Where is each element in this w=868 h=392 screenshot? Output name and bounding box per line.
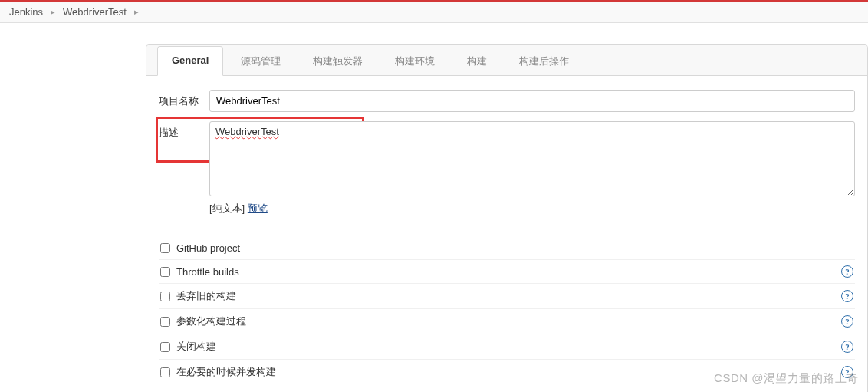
help-icon[interactable]: ?	[841, 341, 853, 353]
tab-environment[interactable]: 构建环境	[380, 46, 449, 76]
chevron-right-icon: ▸	[51, 7, 55, 17]
checkbox-parameterized[interactable]	[160, 317, 170, 327]
tab-scm[interactable]: 源码管理	[226, 46, 295, 76]
checkbox-github-project[interactable]	[160, 243, 170, 253]
breadcrumb-item-jenkins[interactable]: Jenkins	[9, 6, 43, 18]
checkbox-throttle-builds[interactable]	[160, 267, 170, 277]
help-icon[interactable]: ?	[841, 290, 853, 302]
tab-triggers[interactable]: 构建触发器	[298, 46, 377, 76]
tab-general[interactable]: General	[157, 46, 223, 76]
description-label: 描述	[159, 121, 209, 140]
tab-build[interactable]: 构建	[452, 46, 501, 76]
config-panel: General 源码管理 构建触发器 构建环境 构建 构建后操作 项目名称 描述	[146, 44, 868, 392]
checkbox-label: 丢弃旧的构建	[176, 289, 841, 303]
breadcrumb-item-project[interactable]: WebdriverTest	[63, 6, 127, 18]
help-icon[interactable]: ?	[841, 265, 853, 278]
project-name-label: 项目名称	[159, 90, 209, 108]
checkbox-label: 参数化构建过程	[176, 315, 841, 328]
project-name-input[interactable]	[209, 90, 855, 112]
checkbox-discard-old-builds[interactable]	[160, 292, 170, 301]
checkbox-disable-build[interactable]	[160, 342, 170, 352]
help-icon[interactable]: ?	[841, 366, 853, 378]
tab-postbuild[interactable]: 构建后操作	[505, 46, 584, 76]
checkbox-concurrent-build[interactable]	[160, 367, 170, 377]
tab-bar: General 源码管理 构建触发器 构建环境 构建 构建后操作	[146, 45, 867, 76]
preview-link[interactable]: 预览	[248, 203, 268, 214]
help-icon[interactable]: ?	[841, 315, 853, 328]
description-textarea[interactable]	[209, 121, 855, 196]
checkbox-label: 关闭构建	[176, 340, 841, 354]
breadcrumb: Jenkins ▸ WebdriverTest ▸	[0, 2, 868, 23]
format-prefix: [纯文本]	[209, 203, 245, 214]
checkbox-label: 在必要的时候并发构建	[176, 365, 841, 379]
checkbox-label: GitHub project	[176, 242, 853, 254]
chevron-right-icon: ▸	[134, 7, 139, 17]
checkbox-label: Throttle builds	[176, 266, 841, 278]
